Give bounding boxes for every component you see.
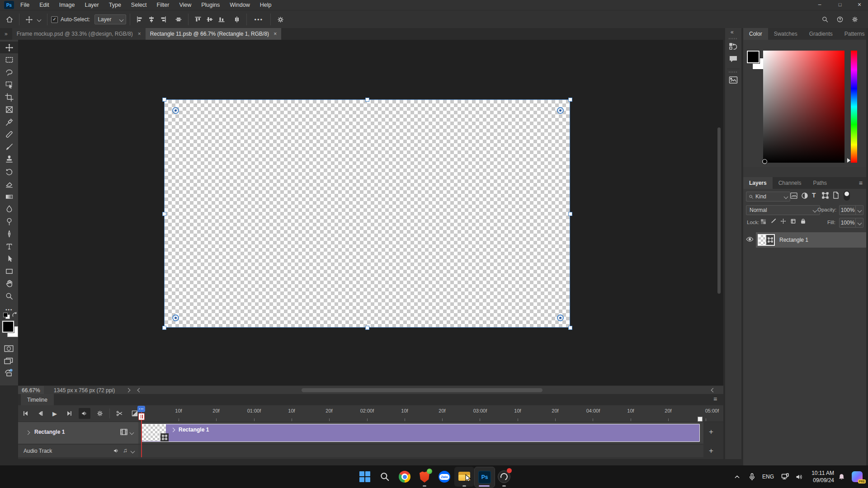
taskbar-file-explorer-button[interactable] bbox=[454, 467, 474, 487]
opacity-chevron[interactable] bbox=[855, 205, 863, 215]
minimize-button[interactable]: – bbox=[811, 0, 829, 9]
expand-track-icon[interactable] bbox=[26, 431, 30, 435]
layer-visibility-eye-icon[interactable] bbox=[746, 236, 754, 244]
blend-mode-dropdown[interactable]: Normal bbox=[746, 205, 820, 215]
dodge-tool[interactable] bbox=[0, 216, 18, 227]
move-tool-option-icon[interactable] bbox=[23, 14, 35, 25]
tray-network-icon[interactable] bbox=[778, 467, 792, 487]
foreground-color-swatch[interactable] bbox=[2, 321, 14, 333]
vertical-scrollbar[interactable] bbox=[717, 127, 721, 294]
hue-slider[interactable] bbox=[851, 51, 857, 163]
lock-pixels-icon[interactable] bbox=[770, 218, 776, 225]
tab-gradients[interactable]: Gradients bbox=[803, 28, 839, 40]
tray-clock[interactable]: 10:11 AM 09/09/24 bbox=[808, 469, 834, 484]
comments-panel-icon[interactable] bbox=[729, 55, 738, 65]
timeline-settings-gear-icon[interactable] bbox=[94, 408, 106, 419]
fill-chevron[interactable] bbox=[855, 218, 863, 228]
corner-radius-widget-bottom-left[interactable] bbox=[172, 314, 179, 321]
lock-artboard-icon[interactable] bbox=[790, 218, 796, 225]
corner-radius-widget-top-right[interactable] bbox=[557, 107, 564, 114]
menu-file[interactable]: File bbox=[15, 0, 34, 10]
filter-type-layers-icon[interactable]: T bbox=[812, 192, 816, 199]
history-brush-tool[interactable] bbox=[0, 166, 18, 178]
align-right-icon[interactable] bbox=[157, 14, 169, 25]
home-icon[interactable] bbox=[4, 14, 15, 25]
status-next-icon[interactable] bbox=[126, 388, 131, 393]
playhead-frame-marker[interactable] bbox=[138, 413, 145, 420]
scroll-right-edge-icon[interactable] bbox=[711, 388, 716, 393]
quick-mask-icon[interactable] bbox=[4, 345, 14, 353]
filter-shape-layers-icon[interactable] bbox=[822, 192, 829, 200]
transform-handle-top-center[interactable] bbox=[365, 98, 369, 102]
menu-help[interactable]: Help bbox=[255, 0, 277, 10]
tab-swatches[interactable]: Swatches bbox=[768, 28, 803, 40]
move-tool[interactable] bbox=[0, 42, 18, 53]
auto-select-checkbox[interactable]: ✓ bbox=[51, 16, 58, 23]
gradient-tool[interactable] bbox=[0, 191, 18, 202]
transform-handle-bottom-center[interactable] bbox=[365, 326, 369, 330]
blur-tool[interactable] bbox=[0, 203, 18, 215]
tray-copilot-button[interactable]: PRE bbox=[849, 467, 865, 487]
audio-speaker-icon[interactable] bbox=[113, 447, 120, 455]
distribute-vertical-icon[interactable] bbox=[231, 14, 243, 25]
tray-show-hidden-icons[interactable] bbox=[730, 467, 744, 487]
audio-track-header[interactable]: Audio Track ♫ bbox=[18, 445, 138, 457]
filter-pixel-layers-icon[interactable] bbox=[790, 192, 797, 200]
close-tab-icon[interactable]: × bbox=[274, 31, 277, 37]
next-frame-icon[interactable] bbox=[63, 408, 75, 419]
playhead-head[interactable] bbox=[137, 406, 145, 412]
document-tab-rectangle11[interactable]: Rectangle 11.psb @ 66.7% (Rectangle 1, R… bbox=[146, 28, 281, 40]
pen-tool[interactable] bbox=[0, 228, 18, 239]
opacity-field[interactable]: 100% bbox=[839, 205, 856, 215]
zoom-level-field[interactable]: 66.67% bbox=[18, 386, 44, 394]
menu-select[interactable]: Select bbox=[126, 0, 152, 10]
menu-edit[interactable]: Edit bbox=[34, 0, 54, 10]
filter-adjustment-layers-icon[interactable] bbox=[801, 192, 808, 201]
layer-thumbnail[interactable] bbox=[758, 234, 775, 246]
taskbar-brave-button[interactable] bbox=[415, 467, 434, 487]
tray-notifications-bell-icon[interactable] bbox=[835, 467, 848, 487]
timeline-tab[interactable]: Timeline bbox=[21, 394, 54, 405]
layer-row-rectangle1[interactable]: Rectangle 1 bbox=[756, 232, 866, 248]
tray-microphone-icon[interactable] bbox=[745, 467, 759, 487]
taskbar-chrome-button[interactable] bbox=[395, 467, 415, 487]
close-button[interactable]: × bbox=[851, 0, 868, 9]
split-at-playhead-icon[interactable] bbox=[113, 408, 125, 419]
audio-options-chevron-icon[interactable] bbox=[131, 449, 135, 454]
corner-radius-widget-bottom-right[interactable] bbox=[557, 314, 564, 321]
spot-healing-brush-tool[interactable] bbox=[0, 128, 18, 140]
object-selection-tool[interactable] bbox=[0, 79, 18, 90]
menu-window[interactable]: Window bbox=[225, 0, 255, 10]
hand-tool[interactable] bbox=[0, 277, 18, 289]
tool-preset-chevron-icon[interactable] bbox=[37, 17, 42, 22]
menu-view[interactable]: View bbox=[174, 0, 196, 10]
distribute-horizontal-icon[interactable] bbox=[173, 14, 184, 25]
taskbar-obs-button[interactable] bbox=[494, 467, 514, 487]
layer-filter-kind-dropdown[interactable]: Kind bbox=[746, 192, 790, 202]
go-to-first-frame-icon[interactable] bbox=[20, 408, 32, 419]
frame-tool[interactable] bbox=[0, 103, 18, 115]
video-track-header[interactable]: Rectangle 1 bbox=[18, 422, 138, 444]
settings-icon[interactable] bbox=[849, 14, 861, 25]
fill-field[interactable]: 100% bbox=[839, 218, 856, 228]
collapse-panels-icon[interactable]: « bbox=[731, 29, 734, 35]
align-bottom-icon[interactable] bbox=[216, 14, 227, 25]
add-media-icon[interactable]: + bbox=[709, 427, 713, 436]
tab-patterns[interactable]: Patterns bbox=[839, 28, 868, 40]
menu-type[interactable]: Type bbox=[104, 0, 126, 10]
menu-layer[interactable]: Layer bbox=[80, 0, 104, 10]
zoom-tool[interactable] bbox=[0, 290, 18, 302]
type-tool[interactable] bbox=[0, 240, 18, 252]
hue-slider-pointer[interactable] bbox=[847, 158, 850, 163]
tab-overflow-icon[interactable]: » bbox=[5, 31, 8, 37]
tray-volume-icon[interactable] bbox=[792, 467, 806, 487]
filter-smart-objects-icon[interactable] bbox=[833, 192, 839, 200]
start-button[interactable] bbox=[355, 467, 375, 487]
transform-handle-middle-right[interactable] bbox=[568, 212, 572, 216]
corner-radius-widget-top-left[interactable] bbox=[172, 107, 179, 114]
film-icon[interactable] bbox=[120, 429, 127, 436]
color-field-cursor[interactable] bbox=[762, 159, 767, 164]
layer-filter-toggle[interactable] bbox=[844, 191, 850, 201]
align-top-icon[interactable] bbox=[192, 14, 204, 25]
work-area-end-marker[interactable] bbox=[698, 417, 703, 422]
